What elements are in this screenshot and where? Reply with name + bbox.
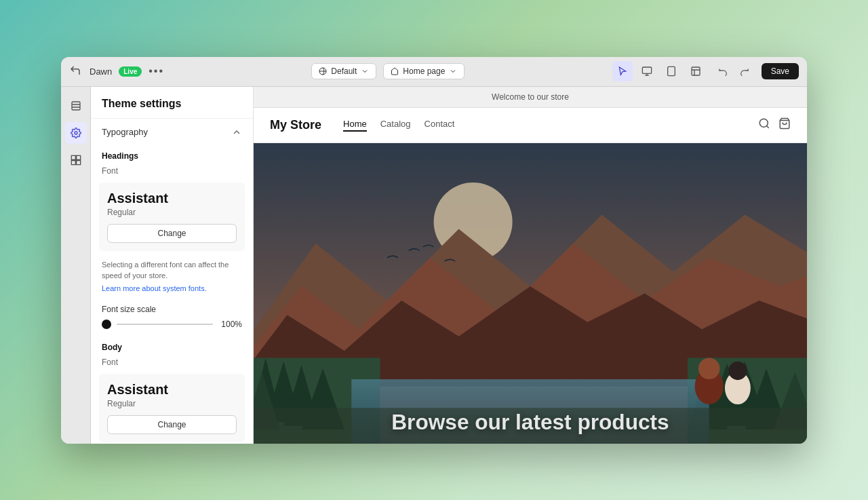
dots-menu[interactable]: ••• bbox=[149, 65, 164, 77]
store-name: Dawn bbox=[90, 66, 112, 77]
hero-section: Browse our latest products bbox=[254, 143, 807, 444]
headings-font-label: Font bbox=[91, 164, 253, 180]
scale-track[interactable] bbox=[117, 324, 213, 325]
scale-value: 100% bbox=[218, 320, 242, 329]
hero-landscape: Browse our latest products bbox=[254, 143, 807, 444]
headings-info-link[interactable]: Learn more about system fonts. bbox=[91, 284, 253, 299]
settings-panel: Theme settings Typography Headings Font … bbox=[91, 87, 254, 444]
svg-rect-1 bbox=[642, 67, 651, 73]
save-button[interactable]: Save bbox=[762, 63, 799, 79]
svg-point-6 bbox=[75, 132, 77, 134]
headings-label: Headings bbox=[91, 146, 253, 164]
svg-rect-4 bbox=[692, 67, 700, 75]
redo-button[interactable] bbox=[734, 61, 755, 81]
nav-icons bbox=[758, 117, 791, 132]
body-font-label: Font bbox=[91, 355, 253, 371]
store-logo: My Store bbox=[270, 118, 321, 132]
tablet-icon[interactable] bbox=[661, 61, 682, 81]
headings-font-name: Assistant bbox=[107, 191, 237, 206]
svg-rect-5 bbox=[72, 102, 80, 110]
undo-button[interactable] bbox=[713, 61, 733, 81]
select-tool-icon[interactable] bbox=[612, 61, 633, 81]
nav-links: Home Catalog Contact bbox=[343, 119, 758, 132]
headings-change-button[interactable]: Change bbox=[107, 224, 237, 243]
desktop-icon[interactable] bbox=[637, 61, 657, 81]
body-font-style: Regular bbox=[107, 399, 237, 408]
top-bar-left: Dawn Live ••• bbox=[69, 64, 164, 78]
svg-rect-8 bbox=[76, 155, 80, 159]
svg-rect-10 bbox=[76, 160, 80, 164]
svg-point-11 bbox=[760, 119, 768, 127]
top-bar-right: Save bbox=[612, 61, 799, 81]
svg-rect-9 bbox=[71, 160, 75, 164]
store-nav: My Store Home Catalog Contact bbox=[254, 108, 807, 143]
top-bar-center: Default Home page bbox=[172, 63, 604, 79]
body-label: Body bbox=[91, 337, 253, 355]
svg-text:Browse our latest products: Browse our latest products bbox=[391, 409, 669, 434]
headings-font-style: Regular bbox=[107, 208, 237, 217]
preview-area: Welcome to our store My Store Home Catal… bbox=[254, 87, 807, 444]
default-dropdown[interactable]: Default bbox=[311, 63, 376, 79]
nav-home[interactable]: Home bbox=[343, 119, 367, 132]
preview-banner: Welcome to our store bbox=[254, 87, 807, 108]
svg-point-32 bbox=[698, 358, 720, 379]
typography-chevron-icon bbox=[231, 127, 242, 138]
undo-redo-group bbox=[713, 61, 755, 81]
svg-rect-7 bbox=[71, 155, 75, 159]
main-area: Theme settings Typography Headings Font … bbox=[61, 87, 807, 444]
back-icon[interactable] bbox=[69, 64, 83, 78]
home-page-dropdown[interactable]: Home page bbox=[383, 63, 465, 79]
body-change-button[interactable]: Change bbox=[107, 415, 237, 434]
cart-icon[interactable] bbox=[778, 117, 791, 132]
nav-catalog[interactable]: Catalog bbox=[380, 119, 411, 132]
headings-info-text: Selecting a different font can affect th… bbox=[91, 256, 253, 284]
sidebar-icons bbox=[61, 87, 91, 444]
panel-header: Theme settings bbox=[91, 87, 253, 119]
browser-window: Dawn Live ••• Default Home page bbox=[61, 57, 807, 444]
sidebar-icon-sections[interactable] bbox=[65, 95, 87, 117]
typography-label: Typography bbox=[102, 127, 148, 137]
svg-rect-2 bbox=[667, 66, 675, 75]
scale-row: 100% bbox=[102, 320, 242, 329]
search-icon[interactable] bbox=[758, 117, 770, 132]
body-font-name: Assistant bbox=[107, 382, 237, 398]
layout-icon[interactable] bbox=[686, 61, 706, 81]
headings-font-card: Assistant Regular Change bbox=[99, 182, 245, 251]
font-size-scale-label: Font size scale bbox=[102, 305, 242, 314]
live-badge: Live bbox=[119, 66, 142, 77]
scale-dot bbox=[102, 320, 111, 329]
body-font-card: Assistant Regular Change bbox=[99, 374, 245, 442]
store-preview: My Store Home Catalog Contact bbox=[254, 108, 807, 444]
font-size-scale-section: Font size scale 100% bbox=[91, 299, 253, 334]
typography-section-header[interactable]: Typography bbox=[91, 119, 253, 146]
sidebar-icon-apps[interactable] bbox=[65, 149, 87, 171]
top-bar: Dawn Live ••• Default Home page bbox=[61, 57, 807, 87]
sidebar-icon-settings[interactable] bbox=[65, 122, 87, 144]
nav-contact[interactable]: Contact bbox=[425, 119, 455, 132]
svg-point-34 bbox=[728, 361, 747, 379]
